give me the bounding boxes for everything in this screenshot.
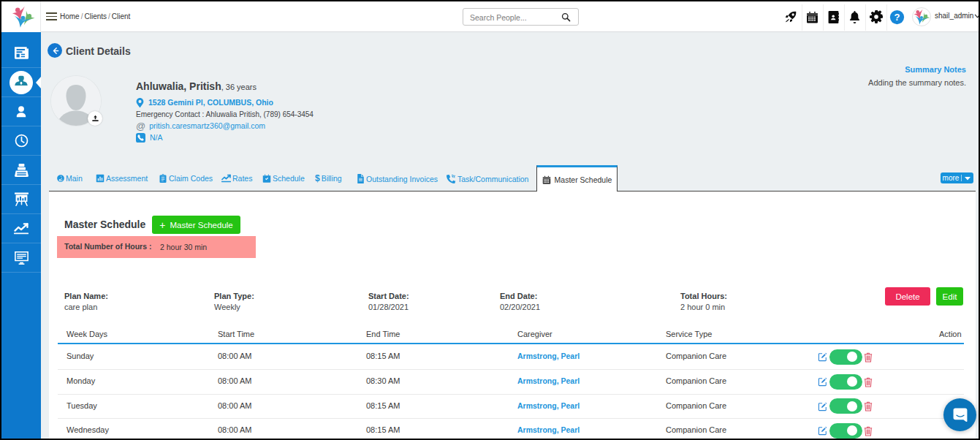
svg-text:?: ?	[894, 12, 900, 23]
